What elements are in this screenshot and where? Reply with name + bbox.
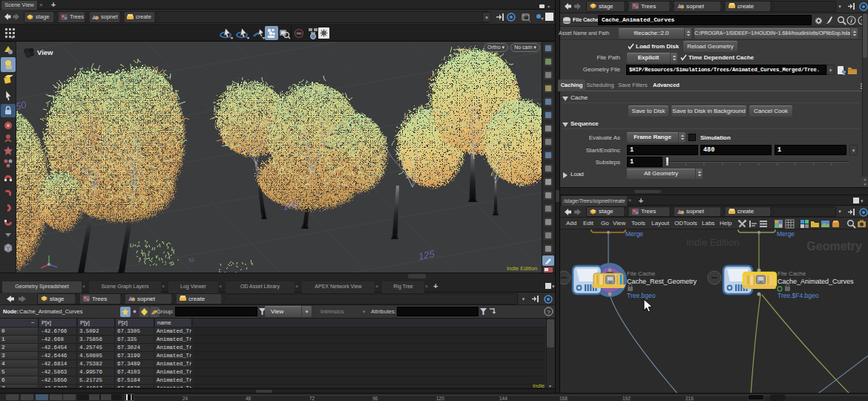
- svg-text:Cache_Animated_Curves: Cache_Animated_Curves: [777, 278, 854, 285]
- svg-text:Merge: Merge: [777, 230, 795, 238]
- svg-text:Tree.$F4.bgeo: Tree.$F4.bgeo: [777, 292, 819, 299]
- svg-text:?: ?: [547, 309, 550, 316]
- svg-text:File Cache: File Cache: [777, 270, 806, 277]
- svg-text:Merge: Merge: [625, 230, 643, 238]
- svg-text:Cache_Rest_Geometry: Cache_Rest_Geometry: [627, 278, 697, 285]
- svg-text:51: 51: [188, 257, 195, 263]
- svg-text:File Cache: File Cache: [627, 270, 656, 277]
- svg-text:i: i: [850, 17, 852, 25]
- svg-text:Tree.bgeo: Tree.bgeo: [627, 292, 656, 299]
- svg-text:125: 125: [418, 248, 436, 262]
- svg-text:Indie Edition: Indie Edition: [686, 237, 740, 248]
- svg-text:100: 100: [282, 198, 300, 212]
- svg-text:50: 50: [15, 99, 28, 112]
- svg-text:Geometry: Geometry: [806, 240, 862, 252]
